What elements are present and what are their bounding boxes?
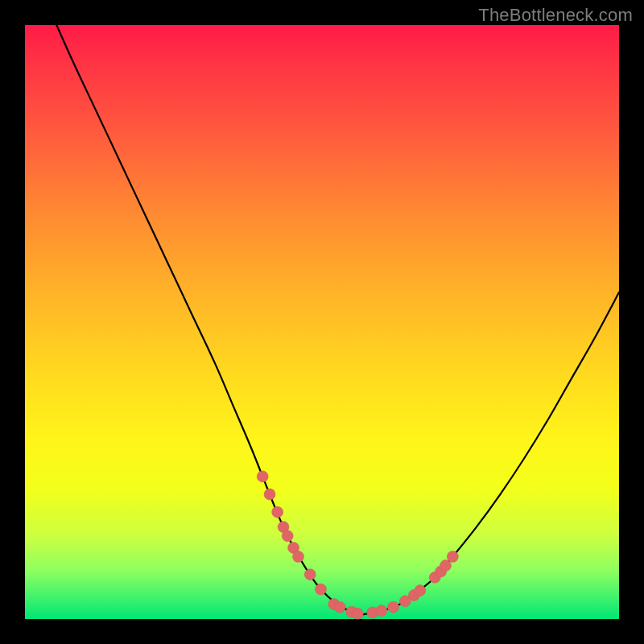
highlight-dot	[304, 569, 316, 580]
highlight-dot	[334, 601, 345, 613]
plot-area	[25, 25, 619, 619]
highlight-dot	[264, 489, 275, 500]
highlight-dot	[447, 551, 458, 563]
highlight-dot	[292, 551, 303, 563]
watermark-text: TheBottleneck.com	[478, 5, 633, 26]
highlight-dot	[415, 585, 426, 597]
curve-layer	[25, 25, 619, 619]
highlight-dot	[440, 560, 452, 572]
highlight-dots	[257, 471, 458, 619]
chart-frame: TheBottleneck.com	[0, 0, 644, 644]
highlight-dot	[388, 601, 399, 613]
highlight-dot	[272, 506, 283, 518]
highlight-dot	[376, 605, 387, 617]
bottleneck-curve	[49, 7, 619, 615]
highlight-dot	[282, 530, 293, 542]
highlight-dot	[257, 471, 268, 482]
highlight-dot	[352, 608, 363, 619]
highlight-dot	[316, 584, 327, 595]
